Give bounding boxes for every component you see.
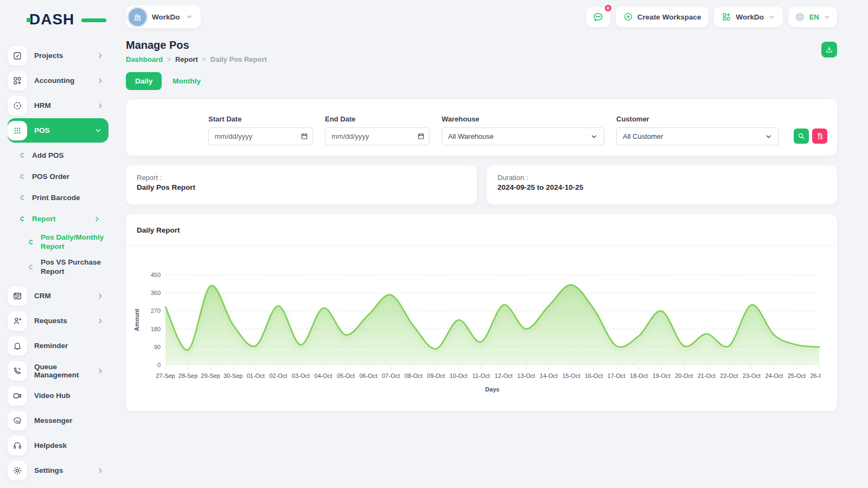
end-date-input[interactable] (325, 127, 430, 145)
start-date-input[interactable] (208, 127, 313, 145)
dots-grid-icon (12, 126, 22, 136)
end-date-label: End Date (325, 115, 430, 123)
duration-value: 2024-09-25 to 2024-10-25 (497, 183, 826, 191)
chevron-down-icon (765, 133, 773, 140)
end-date-field: End Date (325, 115, 430, 145)
daily-report-area-chart: 09018027036045027-Sep28-Sep29-Sep30-Sep0… (131, 249, 821, 401)
customer-select-value: All Customer (623, 132, 663, 140)
svg-text:11-Oct: 11-Oct (473, 373, 490, 379)
sidebar-subitem-add-pos[interactable]: Add POS (8, 145, 108, 166)
chevron-right-icon (97, 292, 104, 300)
chart-wrap: 09018027036045027-Sep28-Sep29-Sep30-Sep0… (126, 246, 837, 403)
sidebar-item-helpdesk[interactable]: Helpdesk (8, 433, 108, 458)
bullet-circle-icon (28, 264, 34, 270)
apply-filter-button[interactable] (794, 129, 809, 144)
start-date-label: Start Date (208, 115, 313, 123)
sidebar-nav: Projects Accounting HRM POS Add POS POS … (8, 43, 108, 483)
breadcrumb-separator: > (167, 56, 171, 63)
svg-text:Amount: Amount (133, 309, 140, 331)
breadcrumb-dashboard[interactable]: Dashboard (126, 55, 163, 63)
workdo-menu-button[interactable]: WorkDo (714, 7, 783, 27)
chevron-down-icon (768, 14, 775, 21)
chat-icon (12, 416, 22, 426)
sidebar-subitem-pos-daily-monthly-report[interactable]: Pos Daily/Monthly Report (8, 229, 108, 254)
svg-text:03-Oct: 03-Oct (292, 373, 310, 379)
svg-text:28-Sep: 28-Sep (178, 373, 197, 379)
svg-text:14-Oct: 14-Oct (540, 373, 558, 379)
sidebar-item-hrm[interactable]: HRM (8, 93, 108, 118)
download-report-button[interactable] (821, 42, 837, 57)
chevron-down-icon (590, 133, 598, 140)
language-selector[interactable]: EN (788, 7, 837, 27)
bullet-circle-icon (20, 216, 25, 222)
svg-text:06-Oct: 06-Oct (359, 373, 377, 379)
sidebar-subitem-pos-order[interactable]: POS Order (8, 166, 108, 187)
svg-text:22-Oct: 22-Oct (720, 373, 738, 379)
breadcrumb-report[interactable]: Report (175, 55, 198, 63)
sidebar-item-reminder[interactable]: Reminder (8, 333, 108, 358)
svg-text:270: 270 (151, 307, 161, 314)
report-value: Daily Pos Report (137, 183, 466, 191)
breadcrumb-separator: > (202, 56, 206, 63)
chevron-right-icon (97, 467, 104, 474)
tab-daily[interactable]: Daily (126, 72, 162, 90)
building-icon (133, 12, 142, 22)
language-code: EN (809, 13, 819, 21)
sidebar-item-requests[interactable]: Requests (8, 309, 108, 333)
gear-icon (12, 466, 22, 476)
sidebar-item-pos[interactable]: POS (8, 118, 108, 143)
create-workspace-button[interactable]: Create Workspace (616, 7, 709, 27)
customer-select[interactable]: All Customer (616, 127, 779, 145)
download-icon (825, 46, 833, 54)
phone-call-icon (12, 366, 22, 376)
start-date-field: Start Date (208, 115, 313, 145)
svg-text:23-Oct: 23-Oct (743, 373, 761, 379)
sidebar-item-accounting[interactable]: Accounting (8, 68, 108, 93)
workdo-menu-label: WorkDo (736, 13, 764, 21)
bullet-circle-icon (28, 239, 34, 245)
sidebar-item-messenger[interactable]: Messenger (8, 408, 108, 433)
messages-button[interactable]: 0 (586, 7, 610, 27)
svg-text:16-Oct: 16-Oct (585, 373, 603, 379)
grid-plus-icon (12, 76, 22, 86)
sidebar-item-settings[interactable]: Settings (8, 458, 108, 483)
sidebar-subitem-report[interactable]: Report (8, 208, 108, 229)
sidebar-item-crm[interactable]: CRM (8, 284, 108, 308)
breadcrumb: Dashboard > Report > Daily Pos Report (126, 55, 267, 63)
app-logo[interactable]: DASH (29, 11, 94, 29)
chevron-down-icon (94, 127, 102, 134)
sidebar-subitem-pos-vs-purchase-report[interactable]: Pos VS Purchase Report (8, 254, 108, 279)
svg-text:15-Oct: 15-Oct (562, 373, 580, 379)
headset-icon (12, 441, 22, 451)
workspace-avatar (129, 8, 146, 26)
sidebar-subitem-print-barcode[interactable]: Print Barcode (8, 187, 108, 208)
target-icon (12, 101, 22, 111)
filter-actions (794, 129, 827, 144)
bullet-circle-icon (20, 195, 25, 201)
svg-text:10-Oct: 10-Oct (450, 373, 468, 379)
breadcrumb-current: Daily Pos Report (210, 55, 267, 63)
svg-text:25-Oct: 25-Oct (788, 373, 806, 379)
chevron-down-icon (824, 14, 831, 21)
tab-monthly[interactable]: Monthly (169, 72, 204, 90)
svg-text:17-Oct: 17-Oct (608, 373, 626, 379)
globe-icon (795, 12, 805, 22)
chevron-right-icon (93, 215, 101, 223)
sidebar: DASH Projects Accounting HRM POS Add POS… (0, 0, 115, 488)
svg-text:29-Sep: 29-Sep (201, 373, 220, 379)
topbar: WorkDo 0 Create Workspace WorkDo (115, 0, 868, 31)
svg-text:26-Oct: 26-Oct (810, 373, 821, 379)
page-head: Manage Pos Dashboard > Report > Daily Po… (126, 39, 837, 63)
workspace-switcher[interactable]: WorkDo (126, 5, 201, 28)
sidebar-item-video-hub[interactable]: Video Hub (8, 383, 108, 408)
sidebar-item-projects[interactable]: Projects (8, 43, 108, 68)
svg-text:450: 450 (151, 272, 161, 278)
svg-text:90: 90 (154, 344, 161, 350)
chevron-right-icon (97, 317, 104, 325)
chevron-right-icon (97, 102, 104, 110)
duration-label: Duration : (497, 174, 826, 182)
sidebar-item-queue-management[interactable]: Queue Management (8, 358, 108, 383)
clear-filter-icon (816, 132, 824, 140)
reset-filter-button[interactable] (812, 129, 827, 144)
warehouse-select[interactable]: All Warehouse (442, 127, 604, 145)
